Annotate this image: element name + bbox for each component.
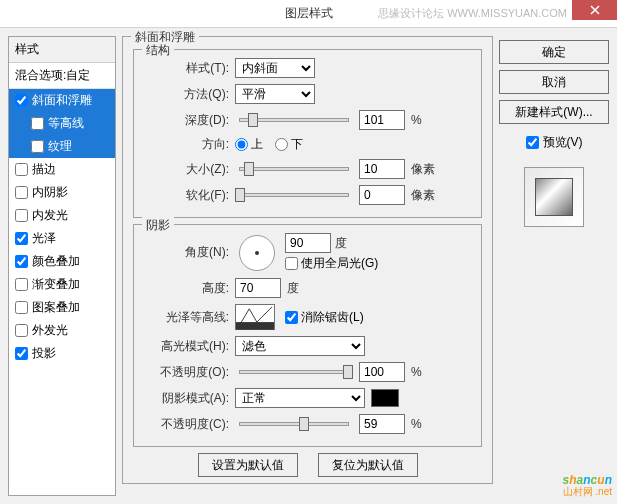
dialog-content: 样式 混合选项:自定 斜面和浮雕等高线纹理描边内阴影内发光光泽颜色叠加渐变叠加图… bbox=[0, 28, 617, 504]
style-item-label: 内发光 bbox=[32, 207, 68, 224]
style-item-checkbox[interactable] bbox=[15, 186, 28, 199]
direction-up[interactable]: 上 bbox=[235, 136, 263, 153]
style-item-图案叠加[interactable]: 图案叠加 bbox=[9, 296, 115, 319]
style-item-checkbox[interactable] bbox=[15, 324, 28, 337]
style-item-外发光[interactable]: 外发光 bbox=[9, 319, 115, 342]
new-style-button[interactable]: 新建样式(W)... bbox=[499, 100, 609, 124]
up-radio[interactable] bbox=[235, 138, 248, 151]
method-select[interactable]: 平滑 bbox=[235, 84, 315, 104]
depth-slider[interactable] bbox=[239, 118, 349, 122]
soften-unit: 像素 bbox=[411, 187, 435, 204]
style-item-斜面和浮雕[interactable]: 斜面和浮雕 bbox=[9, 89, 115, 112]
depth-label: 深度(D): bbox=[144, 112, 229, 129]
style-item-checkbox[interactable] bbox=[15, 232, 28, 245]
style-item-checkbox[interactable] bbox=[15, 94, 28, 107]
style-item-label: 渐变叠加 bbox=[32, 276, 80, 293]
style-item-内发光[interactable]: 内发光 bbox=[9, 204, 115, 227]
svg-rect-0 bbox=[236, 322, 274, 330]
style-item-描边[interactable]: 描边 bbox=[9, 158, 115, 181]
direction-label: 方向: bbox=[144, 136, 229, 153]
size-slider[interactable] bbox=[239, 167, 349, 171]
contour-icon bbox=[236, 305, 274, 330]
main-panel: 斜面和浮雕 结构 样式(T): 内斜面 方法(Q): 平滑 深度(D): % bbox=[122, 36, 493, 496]
style-item-内阴影[interactable]: 内阴影 bbox=[9, 181, 115, 204]
style-label: 样式(T): bbox=[144, 60, 229, 77]
style-list-header: 样式 bbox=[9, 37, 115, 63]
structure-title: 结构 bbox=[142, 42, 174, 59]
depth-unit: % bbox=[411, 113, 422, 127]
shadow-color-swatch[interactable] bbox=[371, 389, 399, 407]
structure-fieldset: 结构 样式(T): 内斜面 方法(Q): 平滑 深度(D): % 方向: bbox=[133, 49, 482, 218]
style-item-checkbox[interactable] bbox=[15, 209, 28, 222]
highlight-label: 高光模式(H): bbox=[144, 338, 229, 355]
cancel-button[interactable]: 取消 bbox=[499, 70, 609, 94]
style-item-label: 颜色叠加 bbox=[32, 253, 80, 270]
size-input[interactable] bbox=[359, 159, 405, 179]
preview-thumbnail bbox=[524, 167, 584, 227]
style-item-label: 投影 bbox=[32, 345, 56, 362]
soften-input[interactable] bbox=[359, 185, 405, 205]
style-item-checkbox[interactable] bbox=[15, 278, 28, 291]
shading-title: 阴影 bbox=[142, 217, 174, 234]
soften-slider[interactable] bbox=[239, 193, 349, 197]
style-item-label: 纹理 bbox=[48, 138, 72, 155]
style-item-label: 光泽 bbox=[32, 230, 56, 247]
h-opacity-slider[interactable] bbox=[239, 370, 349, 374]
s-opacity-slider[interactable] bbox=[239, 422, 349, 426]
bevel-fieldset: 斜面和浮雕 结构 样式(T): 内斜面 方法(Q): 平滑 深度(D): % bbox=[122, 36, 493, 484]
preview-checkbox[interactable]: 预览(V) bbox=[499, 134, 609, 151]
style-item-label: 图案叠加 bbox=[32, 299, 80, 316]
style-item-label: 描边 bbox=[32, 161, 56, 178]
style-item-投影[interactable]: 投影 bbox=[9, 342, 115, 365]
style-item-checkbox[interactable] bbox=[15, 255, 28, 268]
style-item-label: 外发光 bbox=[32, 322, 68, 339]
size-label: 大小(Z): bbox=[144, 161, 229, 178]
down-radio[interactable] bbox=[275, 138, 288, 151]
right-panel: 确定 取消 新建样式(W)... 预览(V) bbox=[499, 36, 609, 496]
shading-fieldset: 阴影 角度(N): 度 使用全局光(G) 高度: 度 bbox=[133, 224, 482, 447]
style-list-panel: 样式 混合选项:自定 斜面和浮雕等高线纹理描边内阴影内发光光泽颜色叠加渐变叠加图… bbox=[8, 36, 116, 496]
style-item-checkbox[interactable] bbox=[31, 117, 44, 130]
altitude-label: 高度: bbox=[144, 280, 229, 297]
gloss-contour[interactable] bbox=[235, 304, 275, 330]
angle-picker[interactable] bbox=[239, 235, 275, 271]
style-item-checkbox[interactable] bbox=[15, 301, 28, 314]
s-opacity-input[interactable] bbox=[359, 414, 405, 434]
style-item-checkbox[interactable] bbox=[15, 347, 28, 360]
h-opacity-label: 不透明度(O): bbox=[144, 364, 229, 381]
style-item-光泽[interactable]: 光泽 bbox=[9, 227, 115, 250]
style-item-label: 斜面和浮雕 bbox=[32, 92, 92, 109]
titlebar: 图层样式 思缘设计论坛 WWW.MISSYUAN.COM bbox=[0, 0, 617, 28]
direction-down[interactable]: 下 bbox=[275, 136, 303, 153]
style-item-checkbox[interactable] bbox=[15, 163, 28, 176]
style-item-颜色叠加[interactable]: 颜色叠加 bbox=[9, 250, 115, 273]
watermark-text: 思缘设计论坛 WWW.MISSYUAN.COM bbox=[378, 6, 567, 21]
style-select[interactable]: 内斜面 bbox=[235, 58, 315, 78]
ok-button[interactable]: 确定 bbox=[499, 40, 609, 64]
angle-input[interactable] bbox=[285, 233, 331, 253]
global-light-check[interactable]: 使用全局光(G) bbox=[285, 255, 378, 272]
shadow-mode-select[interactable]: 正常 bbox=[235, 388, 365, 408]
highlight-mode-select[interactable]: 滤色 bbox=[235, 336, 365, 356]
style-list-subheader[interactable]: 混合选项:自定 bbox=[9, 63, 115, 89]
s-opacity-label: 不透明度(C): bbox=[144, 416, 229, 433]
close-button[interactable] bbox=[572, 0, 617, 20]
style-item-等高线[interactable]: 等高线 bbox=[9, 112, 115, 135]
style-item-纹理[interactable]: 纹理 bbox=[9, 135, 115, 158]
window-title: 图层样式 bbox=[285, 5, 333, 22]
shadow-mode-label: 阴影模式(A): bbox=[144, 390, 229, 407]
angle-label: 角度(N): bbox=[144, 244, 229, 261]
style-item-label: 等高线 bbox=[48, 115, 84, 132]
soften-label: 软化(F): bbox=[144, 187, 229, 204]
h-opacity-input[interactable] bbox=[359, 362, 405, 382]
style-item-label: 内阴影 bbox=[32, 184, 68, 201]
set-default-button[interactable]: 设置为默认值 bbox=[198, 453, 298, 477]
reset-default-button[interactable]: 复位为默认值 bbox=[318, 453, 418, 477]
altitude-input[interactable] bbox=[235, 278, 281, 298]
method-label: 方法(Q): bbox=[144, 86, 229, 103]
style-item-checkbox[interactable] bbox=[31, 140, 44, 153]
close-icon bbox=[590, 5, 600, 15]
depth-input[interactable] bbox=[359, 110, 405, 130]
style-item-渐变叠加[interactable]: 渐变叠加 bbox=[9, 273, 115, 296]
antialias-check[interactable]: 消除锯齿(L) bbox=[285, 309, 364, 326]
